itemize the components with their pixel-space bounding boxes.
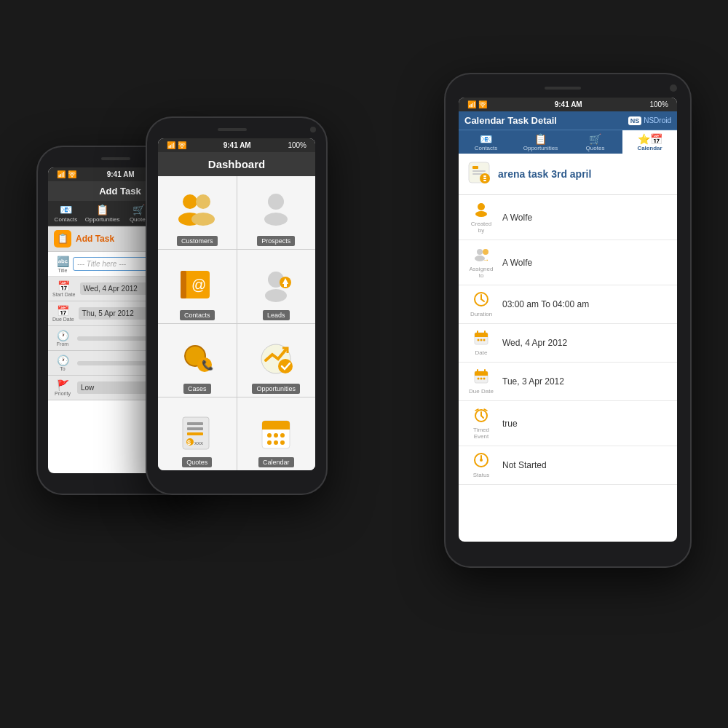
opportunities-icon (256, 341, 296, 381)
svg-rect-41 (483, 175, 486, 177)
battery-3: 100% (649, 100, 668, 108)
status-label: Status (473, 472, 490, 478)
phone-dashboard: 📶 🛜 9:41 AM 100% Dashboard (146, 116, 328, 495)
time-2: 9:41 AM (223, 141, 251, 149)
created-by-value: A Wolfe (502, 213, 668, 223)
user-icon-assigned: → (473, 246, 489, 266)
calendar-due-icon: 📅 (57, 305, 69, 317)
battery-2: 100% (288, 141, 306, 149)
detail-row-date: Date Wed, 4 Apr 2012 (459, 324, 677, 363)
svg-point-3 (191, 213, 215, 226)
abc-icon: 🔤 (57, 256, 69, 267)
date-label: Date (475, 349, 488, 356)
svg-rect-21 (187, 422, 203, 425)
calendar-start-icon: 📅 (58, 280, 70, 292)
tab-opportunities-1[interactable]: 📋 Opportunities (84, 201, 122, 226)
prospects-icon (258, 191, 294, 233)
svg-point-48 (483, 249, 488, 255)
date-icon-col: Date (467, 330, 495, 356)
signal-icon-3: 📶 (467, 100, 476, 108)
svg-line-71 (481, 416, 483, 418)
customers-label: Customers (177, 236, 218, 246)
svg-point-4 (268, 194, 284, 210)
dashboard-cell-leads[interactable]: Leads (237, 250, 316, 323)
status-icon (473, 452, 489, 472)
svg-point-34 (274, 440, 278, 445)
svg-text:xxx: xxx (194, 440, 203, 446)
cases-icon: 📞 (177, 341, 217, 381)
svg-rect-43 (483, 180, 486, 181)
svg-rect-55 (475, 335, 488, 337)
dashboard-cell-calendar[interactable]: Calendar (237, 397, 316, 470)
contacts-icon-1: 📧 (50, 204, 82, 215)
assigned-to-label: Assigned to (467, 266, 495, 279)
timed-event-value: true (502, 419, 668, 429)
dashboard-cell-opportunities[interactable]: Opportunities (237, 324, 316, 397)
detail-row-duration: Duration 03:00 am To 04:00 am (459, 285, 677, 324)
from-label: From (52, 341, 73, 347)
ctd-app-header: Calendar Task Detail NS NSDroid (459, 111, 677, 130)
svg-point-66 (478, 378, 480, 380)
svg-rect-23 (187, 432, 203, 435)
svg-point-1 (196, 194, 210, 209)
svg-point-19 (278, 359, 293, 373)
quotes-icon: $ xxx (177, 415, 217, 454)
svg-point-68 (483, 378, 486, 380)
time-3: 9:41 AM (555, 100, 582, 108)
svg-rect-29 (262, 425, 290, 430)
addtask-section-title: Add Task (76, 234, 114, 244)
time-1: 9:41 AM (107, 170, 135, 178)
dashboard-cell-contacts[interactable]: @ Contacts (158, 250, 237, 323)
tab-opportunities-3[interactable]: 📋 Opportunities (513, 130, 568, 154)
status-icon-col: Status (467, 452, 495, 478)
wifi-icon-2: 🛜 (178, 141, 186, 149)
created-by-label: Created by (467, 221, 495, 234)
svg-point-76 (480, 459, 483, 462)
svg-point-46 (477, 249, 483, 255)
brand-name: NSDroid (644, 116, 671, 124)
detail-row-status: Status Not Started (459, 446, 677, 485)
addtask-section-icon: 📋 (54, 230, 71, 248)
wifi-icon-3: 🛜 (478, 100, 487, 108)
svg-point-44 (478, 203, 485, 210)
signal-icons-3: 📶 🛜 (467, 100, 487, 108)
tab-quotes-3[interactable]: 🛒 Quotes (568, 130, 622, 154)
svg-rect-7 (181, 271, 186, 298)
dashboard-cell-quotes[interactable]: $ xxx Quotes (158, 397, 237, 470)
svg-rect-37 (472, 166, 478, 169)
opportunities-icon-1: 📋 (85, 204, 120, 215)
timed-event-icon-col: Timed Event (467, 407, 495, 440)
opportunities-tab-icon-3: 📋 (515, 133, 566, 145)
to-label: To (52, 366, 73, 371)
calendar-icon-dash (256, 415, 296, 454)
svg-point-67 (480, 378, 483, 380)
svg-rect-22 (187, 427, 203, 430)
dashboard-cell-cases[interactable]: 📞 Cases (158, 324, 237, 397)
leads-icon (258, 268, 294, 307)
due-date-icon-col: Due Date (467, 368, 495, 395)
title-label-col: 🔤 Title (52, 255, 73, 273)
date-value: Wed, 4 Apr 2012 (502, 338, 668, 348)
tab-contacts-1[interactable]: 📧 Contacts (48, 201, 84, 226)
detail-row-due-date: Due Date Tue, 3 Apr 2012 (459, 363, 677, 401)
flag-icon: 🚩 (57, 379, 69, 391)
tab-calendar-3[interactable]: ⭐📅 Calendar (622, 130, 677, 154)
ctd-task-title-bar: arena task 3rd april (459, 154, 677, 195)
duration-value: 03:00 am To 04:00 am (502, 299, 668, 309)
dashboard-cell-customers[interactable]: Customers (158, 176, 237, 249)
ns-badge: NS (628, 116, 642, 125)
signal-icons-2: 📶 🛜 (167, 141, 186, 149)
svg-point-35 (280, 440, 285, 445)
svg-rect-63 (475, 373, 488, 376)
tab-contacts-3[interactable]: 📧 Contacts (459, 130, 513, 154)
clock-icon-duration (473, 291, 489, 311)
ctd-tabs: 📧 Contacts 📋 Opportunities 🛒 Quotes ⭐📅 C… (459, 130, 677, 154)
prospects-label: Prospects (257, 236, 295, 246)
svg-text:→: → (483, 256, 489, 262)
detail-row-timed-event: Timed Event true (459, 401, 677, 446)
ctd-header-title: Calendar Task Detail (464, 115, 557, 126)
calendar-icon-date (473, 330, 489, 349)
due-date-label-3: Due Date (469, 388, 494, 395)
svg-point-60 (483, 339, 486, 341)
dashboard-cell-prospects[interactable]: Prospects (237, 176, 316, 249)
